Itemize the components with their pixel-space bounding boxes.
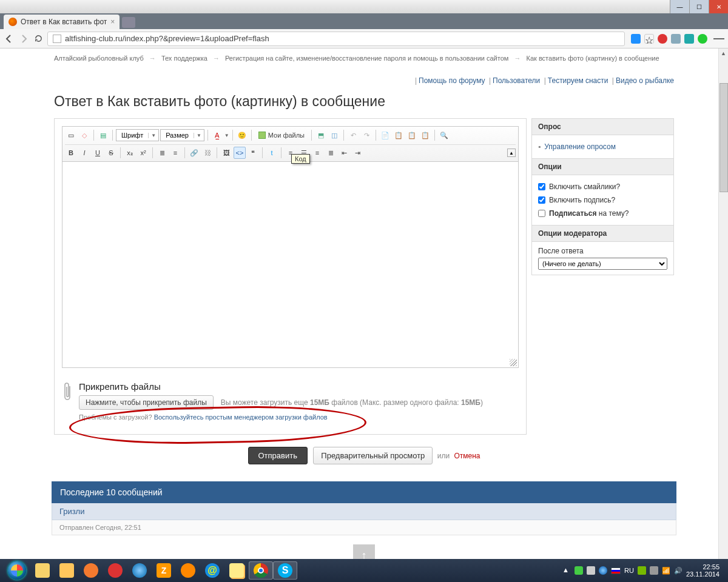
address-bar[interactable]: altfishing-club.ru/index.php?&preview=1&… xyxy=(47,32,625,46)
enable-smilies-checkbox[interactable] xyxy=(538,183,545,190)
code-icon[interactable]: <> xyxy=(234,147,246,159)
extension-adblock-icon[interactable] xyxy=(658,34,667,44)
font-select[interactable]: Шрифт▼ xyxy=(116,129,159,141)
manage-poll-link[interactable]: Управление опросом xyxy=(544,142,616,151)
text-color-icon[interactable]: A̲ xyxy=(211,129,223,141)
breadcrumb-link[interactable]: Тех поддержка xyxy=(161,55,207,62)
scrollbar-thumb[interactable] xyxy=(720,83,728,192)
tray-icon[interactable] xyxy=(587,566,595,575)
tray-volume-icon[interactable]: 🔊 xyxy=(674,567,682,575)
taskbar-item-folder[interactable] xyxy=(55,561,79,580)
extension-icon[interactable] xyxy=(684,34,694,44)
paste-icon[interactable]: 📋 xyxy=(393,129,405,141)
tray-flag-icon[interactable] xyxy=(611,567,621,574)
color-dropdown-icon[interactable]: ▼ xyxy=(224,133,229,138)
bookmark-star-icon[interactable]: ☆ xyxy=(644,34,654,44)
align-justify-icon[interactable]: ≣ xyxy=(325,147,337,159)
taskbar-item-zona[interactable]: Z xyxy=(152,561,176,580)
browser-menu-button[interactable] xyxy=(713,33,724,44)
paste-plain-icon[interactable]: 📋 xyxy=(406,129,418,141)
taskbar-item-media[interactable] xyxy=(79,561,103,580)
nav-link-video[interactable]: Видео о рыбалке xyxy=(616,76,674,85)
find-icon[interactable]: 🔍 xyxy=(438,129,450,141)
window-minimize-button[interactable]: — xyxy=(670,0,689,13)
tray-nvidia-icon[interactable] xyxy=(638,566,646,575)
taskbar-item-mailru[interactable]: @ xyxy=(200,561,224,580)
post-author-link[interactable]: Гризли xyxy=(52,503,676,520)
quote-icon[interactable]: ❝ xyxy=(247,147,259,159)
subscribe-checkbox[interactable] xyxy=(538,210,545,217)
taskbar-item-chat[interactable] xyxy=(103,561,127,580)
taskbar-item-earth[interactable] xyxy=(127,561,152,580)
outdent-icon[interactable]: ⇤ xyxy=(338,147,350,159)
redo-icon[interactable]: ↷ xyxy=(360,129,372,141)
reload-button[interactable] xyxy=(33,33,44,44)
ul-list-icon[interactable]: ≣ xyxy=(156,147,168,159)
tray-icon[interactable] xyxy=(650,566,658,575)
eraser-icon[interactable]: ◇ xyxy=(78,129,90,141)
breadcrumb-link[interactable]: Как вставить фото (картинку) в сообщение xyxy=(527,55,659,62)
link-icon[interactable]: 🔗 xyxy=(188,147,200,159)
unlink-icon[interactable]: ⛓ xyxy=(201,147,214,159)
taskbar-item-chrome[interactable] xyxy=(249,561,273,580)
window-close-button[interactable]: ✕ xyxy=(709,0,728,13)
tray-icon[interactable] xyxy=(599,566,607,575)
tray-network-icon[interactable]: 📶 xyxy=(662,567,670,575)
taskbar-item-notes[interactable] xyxy=(224,561,249,580)
submit-button[interactable]: Отправить xyxy=(248,447,308,464)
myfiles-button[interactable]: Мои файлы xyxy=(255,129,308,141)
twitter-icon[interactable]: t xyxy=(266,147,278,159)
back-button[interactable] xyxy=(4,33,15,44)
ol-list-icon[interactable]: ≡ xyxy=(169,147,181,159)
underline-icon[interactable]: U xyxy=(92,147,104,159)
tab-close-icon[interactable]: × xyxy=(110,18,115,26)
taskbar-item-skype[interactable]: S xyxy=(273,561,297,580)
browser-tab-active[interactable]: Ответ в Как вставить фот × xyxy=(4,15,120,29)
size-select[interactable]: Размер▼ xyxy=(160,129,204,141)
taskbar-item-avast[interactable] xyxy=(176,561,200,580)
new-tab-button[interactable] xyxy=(122,17,135,28)
breadcrumb-link[interactable]: Алтайский рыболовный клуб xyxy=(54,55,144,62)
align-right-icon[interactable]: ≡ xyxy=(311,147,323,159)
basic-uploader-link[interactable]: Воспользуйтесь простым менеджером загруз… xyxy=(154,413,328,421)
extension-icon[interactable] xyxy=(631,34,641,44)
extension-icon[interactable] xyxy=(698,34,707,44)
vertical-scrollbar[interactable]: ▲ ▼ xyxy=(718,48,728,582)
enable-signature-checkbox[interactable] xyxy=(538,196,545,204)
indent-icon[interactable]: ⇥ xyxy=(351,147,363,159)
forward-button[interactable] xyxy=(18,33,29,44)
italic-icon[interactable]: I xyxy=(78,147,90,159)
tray-icon[interactable] xyxy=(575,566,583,575)
preview-button[interactable]: Предварительный просмотр xyxy=(313,447,433,464)
attach-files-button[interactable]: Нажмите, чтобы прикрепить файлы xyxy=(79,395,214,410)
image-icon[interactable]: 🖼 xyxy=(220,147,232,159)
tray-language[interactable]: RU xyxy=(624,567,634,574)
undo-icon[interactable]: ↶ xyxy=(347,129,359,141)
bold-icon[interactable]: B xyxy=(65,147,77,159)
editor-textarea[interactable] xyxy=(62,162,519,368)
remove-format-icon[interactable]: ▭ xyxy=(65,129,77,141)
toggle-side-icon[interactable]: ▤ xyxy=(97,129,109,141)
nav-link-help[interactable]: Помощь по форуму xyxy=(419,76,485,85)
media-icon[interactable]: ◫ xyxy=(328,129,340,141)
tray-clock[interactable]: 22:55 23.11.2014 xyxy=(686,563,720,578)
taskbar-item-explorer[interactable] xyxy=(30,561,55,580)
subscript-icon[interactable]: x₂ xyxy=(124,147,136,159)
scroll-up-icon[interactable]: ▲ xyxy=(719,48,728,58)
start-button[interactable] xyxy=(4,559,30,582)
superscript-icon[interactable]: x² xyxy=(137,147,149,159)
link-icon[interactable]: ⬒ xyxy=(315,129,327,141)
after-reply-select[interactable]: (Ничего не делать) xyxy=(538,258,667,270)
extension-icon[interactable] xyxy=(671,34,681,44)
nav-link-testing[interactable]: Тестируем снасти xyxy=(548,76,608,85)
resize-handle-icon[interactable] xyxy=(510,359,517,366)
collapse-toolbar-icon[interactable]: ▲ xyxy=(507,149,516,157)
breadcrumb-link[interactable]: Регистрация на сайте, изменение/восстано… xyxy=(225,55,508,62)
emoji-icon[interactable]: 🙂 xyxy=(236,129,248,141)
tray-show-hidden-icon[interactable]: ▲ xyxy=(562,566,571,575)
strike-icon[interactable]: S xyxy=(105,147,117,159)
paste-word-icon[interactable]: 📋 xyxy=(419,129,431,141)
cancel-link[interactable]: Отмена xyxy=(454,452,480,460)
window-maximize-button[interactable]: ☐ xyxy=(689,0,709,13)
nav-link-users[interactable]: Пользователи xyxy=(493,76,540,85)
